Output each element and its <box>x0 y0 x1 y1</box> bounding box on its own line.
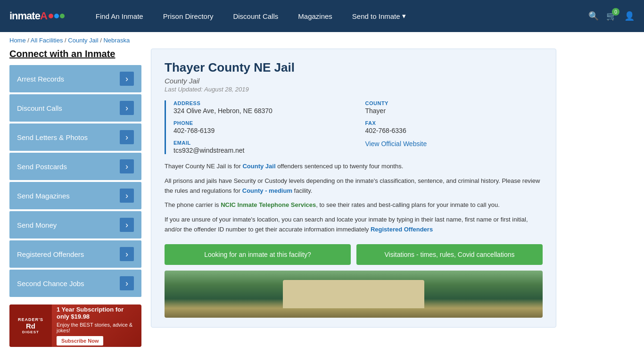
desc-paragraph-2: All prisons and jails have Security or C… <box>165 176 543 196</box>
sidebar-item-label: Send Letters & Photos <box>17 133 88 141</box>
sidebar-item-label: Send Postcards <box>17 163 67 171</box>
sidebar-item-send-letters[interactable]: Send Letters & Photos › <box>9 123 141 151</box>
arrow-icon: › <box>120 218 134 232</box>
arrow-icon: › <box>120 189 134 203</box>
nav-send-to-inmate[interactable]: Send to Inmate ▾ <box>345 8 413 24</box>
sidebar-item-discount-calls[interactable]: Discount Calls › <box>9 94 141 122</box>
arrow-icon: › <box>120 72 134 86</box>
address-block: ADDRESS 324 Olive Ave, Hebron, NE 68370 <box>173 100 351 115</box>
desc-paragraph-4: If you are unsure of your inmate's locat… <box>165 215 543 235</box>
ad-logo: READER'S Rd DIGEST <box>9 304 52 347</box>
sidebar-item-arrest-records[interactable]: Arrest Records › <box>9 65 141 92</box>
ad-title: 1 Year Subscription for only $19.98 <box>57 306 137 320</box>
fax-value: 402-768-6336 <box>365 127 543 134</box>
county-block: COUNTY Thayer <box>365 100 543 115</box>
phone-block: PHONE 402-768-6139 <box>173 120 351 134</box>
ad-subscribe-button[interactable]: Subscribe Now <box>57 336 103 346</box>
desc-paragraph-1: Thayer County NE Jail is for County Jail… <box>165 162 543 172</box>
email-label: EMAIL <box>173 140 351 146</box>
logo-a: A <box>40 10 48 22</box>
action-buttons: Looking for an inmate at this facility? … <box>165 244 543 265</box>
facility-photo <box>165 271 543 318</box>
logo-icons <box>49 14 65 18</box>
arrow-icon: › <box>120 247 134 261</box>
address-value: 324 Olive Ave, Hebron, NE 68370 <box>173 107 351 115</box>
sidebar-item-registered-offenders[interactable]: Registered Offenders › <box>9 240 141 268</box>
facility-card: Thayer County NE Jail County Jail Last U… <box>151 49 556 328</box>
dropdown-arrow-icon: ▾ <box>402 12 406 20</box>
facility-description: Thayer County NE Jail is for County Jail… <box>165 162 543 235</box>
logo-text: inmate <box>9 10 40 22</box>
info-grid: ADDRESS 324 Olive Ave, Hebron, NE 68370 … <box>173 100 543 154</box>
fax-block: FAX 402-768-6336 <box>365 120 543 134</box>
nav-magazines[interactable]: Magazines <box>290 8 340 24</box>
registered-offenders-link[interactable]: Registered Offenders <box>371 226 433 233</box>
cart-icon[interactable]: 🛒 0 <box>606 11 617 21</box>
main-nav: Find An Inmate Prison Directory Discount… <box>88 8 574 24</box>
find-inmate-button[interactable]: Looking for an inmate at this facility? <box>165 244 351 265</box>
cart-badge: 0 <box>612 8 619 16</box>
county-value: Thayer <box>365 107 543 115</box>
breadcrumb-all-facilities[interactable]: All Facilities <box>31 37 63 44</box>
header-icons: 🔍 🛒 0 👤 <box>588 11 635 21</box>
sidebar-item-label: Send Magazines <box>17 192 70 200</box>
view-official-website-link[interactable]: View Official Website <box>365 140 427 148</box>
sidebar-title: Connect with an Inmate <box>9 49 141 59</box>
ncic-link[interactable]: NCIC Inmate Telephone Services <box>221 201 316 208</box>
facility-last-updated: Last Updated: August 28, 2019 <box>165 86 543 93</box>
email-value: tcs932@windstream.net <box>173 147 351 154</box>
county-jail-link-1[interactable]: County Jail <box>242 163 275 170</box>
ad-content: 1 Year Subscription for only $19.98 Enjo… <box>52 304 141 347</box>
sidebar-item-label: Arrest Records <box>17 75 64 83</box>
sidebar-item-send-postcards[interactable]: Send Postcards › <box>9 153 141 180</box>
breadcrumb-home[interactable]: Home <box>9 37 26 44</box>
facility-type: County Jail <box>165 77 543 85</box>
email-block: EMAIL tcs932@windstream.net <box>173 140 351 154</box>
address-label: ADDRESS <box>173 100 351 106</box>
visitations-button[interactable]: Visitations - times, rules, Covid cancel… <box>356 244 543 265</box>
nav-prison-directory[interactable]: Prison Directory <box>156 8 221 24</box>
sidebar-item-send-money[interactable]: Send Money › <box>9 211 141 239</box>
sidebar-item-send-magazines[interactable]: Send Magazines › <box>9 182 141 209</box>
breadcrumb: Home / All Facilities / County Jail / Ne… <box>0 32 644 49</box>
arrow-icon: › <box>120 276 134 290</box>
sidebar-item-label: Registered Offenders <box>17 250 84 258</box>
website-block: View Official Website <box>365 140 543 154</box>
sidebar-item-label: Discount Calls <box>17 104 62 112</box>
fax-label: FAX <box>365 120 543 126</box>
nav-find-inmate[interactable]: Find An Inmate <box>88 8 151 24</box>
breadcrumb-nebraska[interactable]: Nebraska <box>103 37 130 44</box>
logo[interactable]: inmate A <box>9 10 65 22</box>
sidebar: Connect with an Inmate Arrest Records › … <box>9 49 141 347</box>
facility-title: Thayer County NE Jail <box>165 60 543 75</box>
phone-value: 402-768-6139 <box>173 127 351 134</box>
sidebar-item-label: Send Money <box>17 221 57 229</box>
arrow-icon: › <box>120 159 134 173</box>
arrow-icon: › <box>120 101 134 115</box>
nav-discount-calls[interactable]: Discount Calls <box>225 8 286 24</box>
ad-subtitle: Enjoy the BEST stories, advice & jokes! <box>57 322 137 333</box>
sidebar-item-label: Second Chance Jobs <box>17 280 84 288</box>
arrow-icon: › <box>120 130 134 144</box>
building-silhouette <box>283 280 424 308</box>
breadcrumb-county-jail[interactable]: County Jail <box>68 37 98 44</box>
main-container: Connect with an Inmate Arrest Records › … <box>0 49 566 356</box>
user-icon[interactable]: 👤 <box>624 11 635 21</box>
county-medium-link[interactable]: County - medium <box>242 187 292 194</box>
county-label: COUNTY <box>365 100 543 106</box>
desc-paragraph-3: The phone carrier is NCIC Inmate Telepho… <box>165 200 543 210</box>
phone-label: PHONE <box>173 120 351 126</box>
sidebar-item-second-chance-jobs[interactable]: Second Chance Jobs › <box>9 270 141 297</box>
advertisement-banner: READER'S Rd DIGEST 1 Year Subscription f… <box>9 304 141 347</box>
site-header: inmate A Find An Inmate Prison Directory… <box>0 0 644 32</box>
search-icon[interactable]: 🔍 <box>588 11 599 21</box>
main-content: Thayer County NE Jail County Jail Last U… <box>151 49 556 347</box>
info-section: ADDRESS 324 Olive Ave, Hebron, NE 68370 … <box>165 100 543 154</box>
